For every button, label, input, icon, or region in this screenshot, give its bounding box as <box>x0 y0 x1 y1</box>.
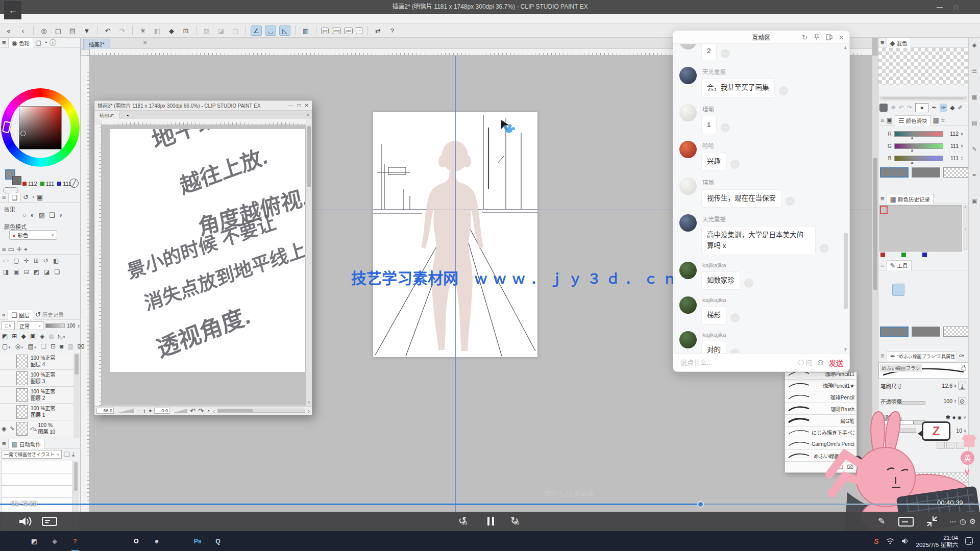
opacity-value[interactable]: 100 <box>944 398 953 404</box>
tab-select-icon[interactable]: ⌖ <box>24 246 28 253</box>
collapse-dock-icon[interactable]: « <box>2 311 6 318</box>
link-icon[interactable]: ◈ <box>40 333 44 340</box>
tab-tool-property[interactable]: ✒“めふぃ線画ブラシ”工具属性 <box>887 352 957 361</box>
history-color-cell[interactable] <box>904 233 912 242</box>
history-color-cell[interactable] <box>929 242 937 251</box>
new-file-icon[interactable]: ▢ <box>53 26 64 36</box>
snap-perspective-icon[interactable]: ◺ <box>279 26 290 36</box>
strip-tool-icon[interactable]: ✎ <box>972 146 976 153</box>
history-color-cell[interactable] <box>888 242 896 251</box>
mini-icon[interactable]: ◧ <box>53 257 59 264</box>
emoji-badge-icon[interactable]: ⋯ <box>730 160 740 169</box>
pause-button[interactable] <box>487 517 494 525</box>
tool-icon[interactable] <box>929 284 941 296</box>
history-color-cell[interactable] <box>929 215 937 223</box>
tool-icon[interactable] <box>892 271 904 284</box>
tip-shape-button[interactable]: ● <box>915 103 928 112</box>
panel-menu-icon[interactable]: ≡ <box>2 246 6 253</box>
new-layer-icon[interactable]: ▢₊ <box>2 343 11 350</box>
slider-stepper[interactable]: ▲▼ <box>961 132 963 136</box>
history-color-cell[interactable] <box>888 233 896 242</box>
danmaku-box-icon[interactable] <box>898 517 914 527</box>
color-chip[interactable] <box>894 87 906 94</box>
chat-scrollbar-thumb[interactable] <box>844 233 848 309</box>
history-color-cell[interactable] <box>954 215 962 223</box>
taskbar-app-icon[interactable]: ? <box>68 535 82 548</box>
tab-close-icon[interactable]: ✕ <box>143 40 147 45</box>
history-color-cell[interactable] <box>938 215 945 223</box>
history-color-cell[interactable] <box>929 224 937 233</box>
strip-grid-icon[interactable]: ▦ <box>972 94 977 101</box>
mini-icon[interactable]: ▭ <box>3 257 9 264</box>
float-maximize-icon[interactable]: □ <box>298 103 301 108</box>
history-color-cell[interactable] <box>954 233 962 242</box>
chips-scrollbar[interactable]: ‹› <box>879 96 967 101</box>
tool-icon[interactable] <box>904 284 917 296</box>
ask-toggle[interactable]: 问 <box>798 358 812 367</box>
import-action-icon[interactable]: ⤓ <box>72 451 75 458</box>
open-file-icon[interactable]: ▤ <box>67 26 78 36</box>
target-icon[interactable]: ◎ <box>38 26 50 36</box>
tool-icon[interactable] <box>953 271 966 284</box>
sub-color-swatch[interactable] <box>912 327 940 337</box>
mini-icon[interactable]: ▣ <box>13 268 19 276</box>
panel-menu-icon[interactable]: ≡ <box>2 39 6 46</box>
rewind-10-icon[interactable]: ↺10 <box>458 515 467 527</box>
floating-document-window[interactable]: 插画3* (明信片 1181 x 1748px 300dpi 66.0%) - … <box>94 100 312 415</box>
tab-color-history[interactable]: ▦颜色历史记录 <box>887 194 934 204</box>
taskbar-app-icon[interactable] <box>170 535 184 548</box>
taskbar-app-icon[interactable] <box>7 535 20 548</box>
opacity-source-icon[interactable]: ⊘ <box>958 397 966 405</box>
history-color-cell[interactable] <box>938 206 945 214</box>
history-color-cell[interactable] <box>938 242 945 251</box>
tool-icon[interactable] <box>941 284 953 296</box>
float-scrollbar[interactable]: ∨ <box>306 125 312 406</box>
bucket-icon[interactable]: ◆ <box>166 26 177 36</box>
history-color-cell[interactable] <box>904 206 912 214</box>
blend-mode-select[interactable]: 正常∨ <box>17 321 43 330</box>
color-chip[interactable] <box>909 87 921 94</box>
layer-thumbnail[interactable] <box>16 371 28 385</box>
taskbar-app-icon[interactable]: O <box>130 535 143 548</box>
history-color-cell[interactable] <box>946 215 953 223</box>
progress-played[interactable] <box>0 504 700 505</box>
colormode-select[interactable]: ●彩色∨ <box>9 230 57 240</box>
emoji-badge-icon[interactable]: ⋯ <box>820 244 829 253</box>
clip-icon[interactable]: ◩ <box>2 333 8 340</box>
opacity-slider[interactable] <box>45 323 65 328</box>
transparent-swatch[interactable] <box>943 327 972 337</box>
tab-move-icon[interactable]: ✛ <box>16 246 22 253</box>
more-icon[interactable]: ⋯ <box>949 518 956 525</box>
tab-search-icon[interactable]: ◔ <box>31 194 35 201</box>
tool-icon[interactable] <box>880 296 892 308</box>
history-color-cell[interactable] <box>921 206 929 214</box>
taskbar-app-icon[interactable]: e <box>150 535 163 548</box>
tab-operation-icon[interactable]: ▭ <box>8 246 14 253</box>
brush-edit-icon[interactable]: ✑ <box>959 353 965 359</box>
layer-thumbnail[interactable] <box>16 388 28 402</box>
slider-stepper[interactable]: ▲▼ <box>961 156 963 160</box>
tab-swatch-icon[interactable]: ▣ <box>887 117 893 123</box>
tool-icon[interactable] <box>904 271 917 284</box>
maximize-button[interactable]: □ <box>954 4 958 11</box>
tab-info-icon[interactable]: ⓘ <box>50 39 56 46</box>
history-color-cell[interactable] <box>921 224 929 233</box>
layer-row[interactable]: 100 %正常 图层 1 <box>0 404 74 420</box>
float-doc-tab[interactable]: 插画3* <box>94 111 119 119</box>
shirt-sticker-icon[interactable] <box>962 435 977 447</box>
avatar[interactable] <box>679 141 697 158</box>
effect-extract-icon[interactable]: ❏ <box>49 211 55 219</box>
panel-menu-icon[interactable]: ≡ <box>880 117 885 123</box>
history-color-cell[interactable] <box>938 233 945 242</box>
history-color-cell[interactable] <box>946 224 953 233</box>
layer-row[interactable]: ◉ ✎ ✓◺ 100 % 图层 10 <box>0 420 74 437</box>
brush-preview[interactable]: めふい線画ブラシ <box>878 362 968 379</box>
tool-icon[interactable] <box>880 308 892 320</box>
history-color-cell[interactable] <box>913 215 920 223</box>
history-scrollbar[interactable]: ∧∨ <box>963 205 968 251</box>
clock[interactable]: 21:042025/7/5 星期六 <box>916 534 958 548</box>
avatar[interactable] <box>679 262 697 279</box>
history-clock-icon[interactable]: ◷ <box>960 517 966 525</box>
brush-size-value[interactable]: 12.6 <box>942 383 952 389</box>
avatar[interactable] <box>679 214 697 232</box>
